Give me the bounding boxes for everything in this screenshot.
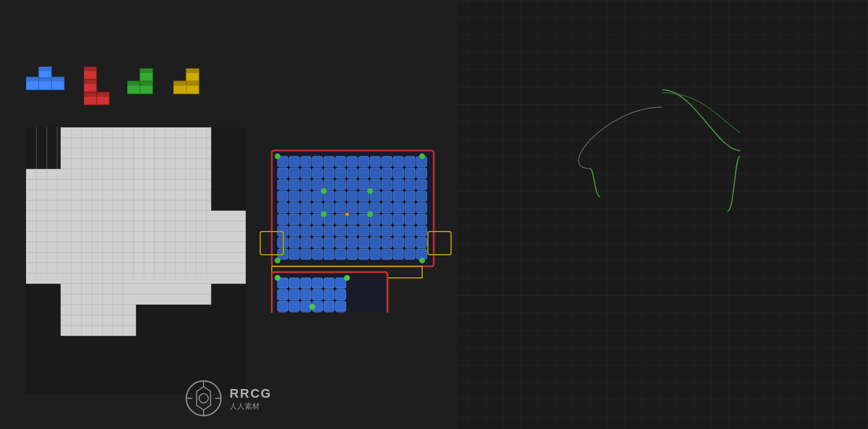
svg-rect-158	[416, 226, 427, 236]
svg-rect-129	[382, 203, 392, 213]
svg-rect-29	[61, 127, 211, 138]
svg-rect-121	[289, 203, 300, 213]
svg-rect-130	[393, 203, 404, 213]
tetromino-green	[127, 68, 168, 109]
svg-rect-91	[393, 168, 404, 178]
tessellated-mesh	[226, 116, 457, 313]
svg-point-194	[367, 211, 373, 217]
svg-rect-177	[335, 249, 346, 259]
svg-rect-180	[370, 249, 381, 259]
svg-rect-131	[405, 203, 415, 213]
svg-rect-162	[312, 237, 323, 248]
svg-rect-109	[301, 191, 311, 201]
svg-rect-112	[335, 191, 346, 201]
svg-rect-74	[347, 156, 357, 167]
svg-rect-164	[335, 237, 346, 248]
svg-rect-174	[301, 249, 311, 259]
3d-viewport[interactable]: RRCG 人人素材	[0, 0, 457, 429]
svg-rect-12	[84, 67, 97, 71]
svg-rect-78	[393, 156, 404, 167]
svg-rect-99	[335, 179, 346, 190]
svg-rect-87	[347, 168, 357, 178]
svg-rect-40	[26, 242, 246, 252]
svg-rect-122	[301, 203, 311, 213]
svg-rect-207	[312, 289, 323, 300]
svg-rect-182	[393, 249, 404, 259]
svg-rect-173	[289, 249, 300, 259]
svg-rect-44	[61, 284, 211, 294]
svg-rect-125	[335, 203, 346, 213]
svg-rect-165	[347, 237, 357, 248]
svg-rect-155	[382, 226, 392, 236]
svg-rect-73	[335, 156, 346, 167]
svg-rect-169	[393, 237, 404, 248]
svg-rect-6	[39, 77, 51, 82]
svg-point-236	[199, 394, 208, 403]
svg-point-189	[275, 153, 280, 159]
svg-rect-147	[289, 226, 300, 236]
svg-rect-48	[61, 325, 136, 336]
svg-rect-71	[312, 156, 323, 167]
svg-rect-25	[186, 68, 199, 73]
svg-rect-20	[127, 81, 140, 86]
svg-rect-133	[278, 214, 288, 225]
svg-rect-13	[84, 79, 97, 84]
svg-rect-90	[382, 168, 392, 178]
svg-point-195	[321, 188, 327, 194]
svg-rect-102	[370, 179, 381, 190]
svg-rect-202	[324, 278, 334, 288]
svg-rect-85	[324, 168, 334, 178]
svg-rect-33	[26, 169, 211, 179]
svg-point-230	[344, 275, 350, 281]
svg-rect-152	[347, 226, 357, 236]
svg-rect-214	[324, 301, 334, 311]
svg-rect-47	[61, 315, 136, 325]
svg-rect-126	[347, 203, 357, 213]
svg-rect-145	[416, 214, 427, 225]
svg-rect-42	[26, 263, 246, 273]
svg-rect-77	[382, 156, 392, 167]
svg-rect-35	[26, 190, 211, 200]
svg-rect-76	[370, 156, 381, 167]
svg-rect-124	[324, 203, 334, 213]
svg-rect-83	[301, 168, 311, 178]
svg-rect-98	[324, 179, 334, 190]
svg-rect-178	[347, 249, 357, 259]
svg-point-233	[309, 304, 315, 310]
svg-rect-79	[405, 156, 415, 167]
svg-rect-120	[278, 203, 288, 213]
svg-rect-166	[359, 237, 369, 248]
svg-rect-206	[301, 289, 311, 300]
svg-rect-21	[140, 81, 153, 86]
svg-rect-199	[289, 278, 300, 288]
svg-rect-108	[289, 191, 300, 201]
svg-rect-82	[289, 168, 300, 178]
svg-rect-144	[405, 214, 415, 225]
svg-rect-123	[312, 203, 323, 213]
tetromino-red	[84, 67, 124, 113]
svg-point-234	[345, 212, 349, 216]
svg-rect-46	[61, 305, 136, 315]
svg-rect-14	[84, 92, 97, 97]
svg-rect-211	[289, 301, 300, 311]
svg-rect-138	[335, 214, 346, 225]
svg-rect-175	[312, 249, 323, 259]
svg-rect-135	[301, 214, 311, 225]
svg-rect-101	[359, 179, 369, 190]
svg-rect-215	[335, 301, 346, 311]
svg-rect-34	[26, 179, 211, 190]
svg-rect-41	[26, 252, 246, 263]
svg-point-196	[367, 188, 373, 194]
tetromino-blue	[26, 67, 72, 113]
svg-rect-92	[405, 168, 415, 178]
svg-rect-19	[140, 68, 153, 73]
svg-rect-104	[393, 179, 404, 190]
svg-rect-69	[289, 156, 300, 167]
svg-rect-210	[278, 301, 288, 311]
svg-rect-204	[278, 289, 288, 300]
node-editor[interactable]: ∨ Group Input Geometry ∨ Collection Info…	[457, 0, 868, 429]
svg-rect-176	[324, 249, 334, 259]
svg-rect-27	[173, 81, 186, 86]
svg-rect-168	[382, 237, 392, 248]
svg-point-193	[321, 211, 327, 217]
